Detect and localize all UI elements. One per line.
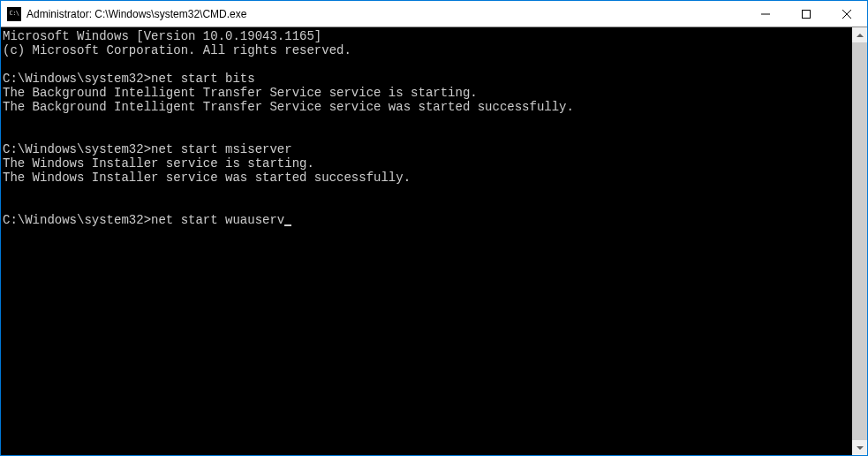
cmd-icon <box>7 7 21 21</box>
console-line: (c) Microsoft Corporation. All rights re… <box>3 43 852 57</box>
window-controls <box>745 1 867 27</box>
console-line <box>3 185 852 199</box>
console-line: C:\Windows\system32>net start msiserver <box>3 142 852 156</box>
svg-rect-1 <box>803 10 811 18</box>
scroll-track[interactable] <box>852 42 867 440</box>
svg-marker-4 <box>857 34 864 37</box>
console-line: C:\Windows\system32>net start wuauserv <box>3 213 852 227</box>
scroll-thumb[interactable] <box>852 42 867 440</box>
console-line: The Background Intelligent Transfer Serv… <box>3 86 852 100</box>
titlebar[interactable]: Administrator: C:\Windows\system32\CMD.e… <box>1 1 867 27</box>
maximize-button[interactable] <box>786 1 826 27</box>
close-button[interactable] <box>826 1 867 27</box>
window-title: Administrator: C:\Windows\system32\CMD.e… <box>26 8 745 20</box>
console-line: Microsoft Windows [Version 10.0.19043.11… <box>3 29 852 43</box>
svg-marker-5 <box>857 446 864 450</box>
console-line <box>3 199 852 213</box>
text-cursor <box>284 224 291 226</box>
console-line <box>3 128 852 142</box>
minimize-button[interactable] <box>745 1 786 27</box>
console-area: Microsoft Windows [Version 10.0.19043.11… <box>1 27 867 455</box>
console-line: The Windows Installer service was starte… <box>3 171 852 185</box>
scroll-up-arrow[interactable] <box>852 27 867 42</box>
console-line <box>3 114 852 128</box>
console-output[interactable]: Microsoft Windows [Version 10.0.19043.11… <box>1 27 852 455</box>
console-line: The Windows Installer service is startin… <box>3 156 852 171</box>
console-line: C:\Windows\system32>net start bits <box>3 72 852 86</box>
cmd-window: Administrator: C:\Windows\system32\CMD.e… <box>1 1 867 455</box>
scroll-down-arrow[interactable] <box>852 440 867 455</box>
console-line: The Background Intelligent Transfer Serv… <box>3 100 852 114</box>
vertical-scrollbar[interactable] <box>852 27 867 455</box>
console-line <box>3 57 852 72</box>
